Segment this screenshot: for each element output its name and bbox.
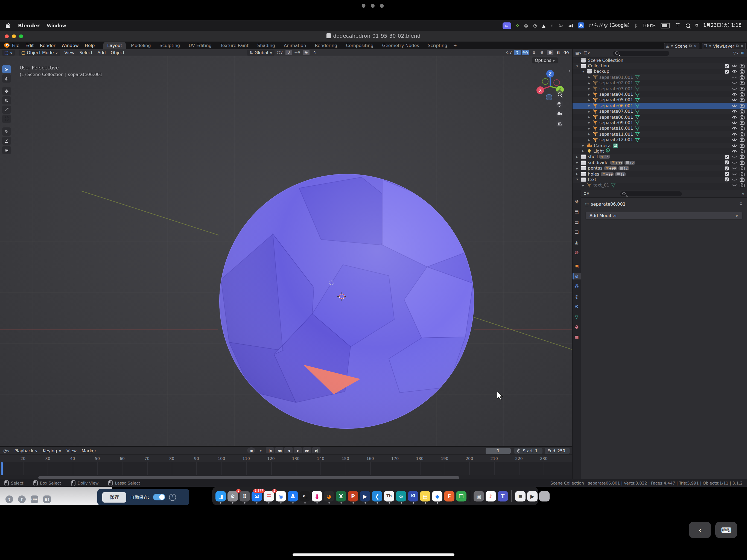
editor-type-button[interactable]: ⬚∨ bbox=[2, 50, 15, 55]
share-hatena-icon[interactable]: B! bbox=[43, 495, 51, 503]
topbar-menu-render[interactable]: Render bbox=[40, 43, 55, 48]
dock-arduino[interactable]: ∞ bbox=[396, 491, 406, 501]
transform-orientation-selector[interactable]: ⇅Global∨ bbox=[247, 50, 275, 55]
outliner-row-scene-collection[interactable]: Scene Collection bbox=[572, 57, 747, 63]
dock-document-file[interactable]: ≡ bbox=[515, 491, 525, 501]
options-dropdown[interactable]: Options ∨ bbox=[532, 57, 558, 63]
expander-icon[interactable]: ▸ bbox=[581, 143, 585, 148]
hide-eye-toggle-closed[interactable] bbox=[731, 172, 737, 176]
viewport-menu-object[interactable]: Object bbox=[111, 50, 125, 55]
outliner-row-separate05-001[interactable]: ▸separate05.001 bbox=[572, 97, 747, 103]
xray-toggle[interactable]: ⧈ bbox=[531, 50, 537, 55]
outliner-row-holes[interactable]: ▸holes +99 12 bbox=[572, 171, 747, 177]
outliner-row-shell[interactable]: ▸shell 25 bbox=[572, 154, 747, 160]
hide-eye-toggle-closed[interactable] bbox=[731, 160, 737, 165]
expander-icon[interactable]: ▾ bbox=[575, 177, 579, 182]
menubar-app-name[interactable]: Blender bbox=[18, 23, 40, 28]
pan-view-button[interactable] bbox=[556, 100, 563, 108]
hide-eye-toggle[interactable] bbox=[731, 137, 737, 142]
keyboard-toggle-button[interactable]: ⌨ bbox=[715, 522, 737, 538]
snap-magnet-toggle[interactable]: ∪ bbox=[285, 50, 292, 55]
ime-mode-label[interactable]: ひらがな (Google) bbox=[589, 22, 629, 29]
timeline-menu-playback[interactable]: Playback ∨ bbox=[14, 448, 38, 453]
frame-end-field[interactable]: End250 bbox=[545, 448, 570, 454]
expander-icon[interactable]: ▸ bbox=[581, 149, 585, 153]
properties-tab-scene[interactable]: ◭ bbox=[572, 239, 581, 246]
disable-render-camera-toggle[interactable] bbox=[739, 177, 745, 182]
expander-icon[interactable]: ▸ bbox=[587, 126, 591, 131]
disable-render-camera-toggle[interactable] bbox=[739, 166, 745, 171]
outliner-row-separate07-001[interactable]: ▸separate07.001 bbox=[572, 108, 747, 114]
properties-tab-physics[interactable]: ◎ bbox=[572, 293, 581, 300]
dock-excel[interactable]: X bbox=[336, 491, 346, 501]
hide-eye-toggle[interactable] bbox=[731, 109, 737, 114]
expander-icon[interactable]: ▸ bbox=[587, 92, 591, 97]
outliner-row-separate04-001[interactable]: ▸separate04.001 bbox=[572, 92, 747, 97]
expander-icon[interactable]: ▸ bbox=[581, 183, 585, 187]
expander-icon[interactable]: ▸ bbox=[575, 172, 579, 176]
dock-music[interactable]: ♪ bbox=[486, 491, 496, 501]
control-center-icon[interactable]: ⧉ bbox=[695, 22, 698, 28]
disable-render-camera-toggle[interactable] bbox=[739, 143, 745, 148]
disable-render-camera-toggle[interactable] bbox=[739, 149, 745, 154]
dock-finder[interactable]: ◨ bbox=[215, 491, 226, 501]
timeline-menu-view[interactable]: View bbox=[67, 448, 77, 453]
new-viewlayer-icon[interactable]: ⧉ bbox=[736, 44, 739, 48]
hide-eye-toggle-closed[interactable] bbox=[731, 177, 737, 182]
tab-shading[interactable]: Shading bbox=[254, 42, 279, 49]
play-reverse-button[interactable]: ◀ bbox=[284, 447, 292, 453]
tab-texture-paint[interactable]: Texture Paint bbox=[216, 42, 252, 49]
disable-render-camera-toggle[interactable] bbox=[739, 183, 745, 188]
dock-blender[interactable]: ◕ bbox=[324, 491, 334, 501]
properties-tab-texture[interactable]: ▦ bbox=[572, 334, 581, 340]
zoom-view-button[interactable] bbox=[556, 90, 563, 98]
tab-layout[interactable]: Layout bbox=[103, 42, 126, 49]
proportional-editing-toggle[interactable]: ◉ bbox=[303, 50, 310, 55]
dock-launchpad[interactable]: ⠿ bbox=[239, 491, 250, 501]
outliner-row-pentas[interactable]: ▸pentas +99 12 bbox=[572, 166, 747, 171]
frame-start-field[interactable]: Start1 bbox=[514, 448, 542, 454]
volume-icon[interactable]: ◄) bbox=[568, 23, 573, 28]
outliner-row-text-01[interactable]: ▸text_01 bbox=[572, 182, 747, 188]
previous-keyframe-button[interactable]: ◀◀ bbox=[275, 447, 283, 453]
tab-compositing[interactable]: Compositing bbox=[342, 42, 377, 49]
screen-mirroring-icon[interactable]: ▭ bbox=[502, 22, 511, 29]
dock-powerpoint[interactable]: P bbox=[348, 491, 358, 501]
pin-id-icon[interactable]: ⚲ bbox=[739, 202, 743, 207]
save-button[interactable]: 保存 bbox=[102, 492, 126, 502]
ime-input-icon[interactable]: あ bbox=[578, 22, 584, 28]
battery-icon[interactable] bbox=[661, 23, 670, 28]
sidebar-collapse-arrow[interactable]: ‹ bbox=[569, 68, 570, 73]
timeline-scrollbar[interactable] bbox=[38, 476, 459, 479]
properties-tab-data[interactable]: ▽ bbox=[572, 313, 581, 320]
show-overlays-toggle[interactable]: ◎∨ bbox=[522, 50, 529, 55]
status-icon-1[interactable]: ◎ bbox=[524, 23, 528, 28]
hide-eye-toggle[interactable] bbox=[731, 69, 737, 74]
tab-geometry-nodes[interactable]: Geometry Nodes bbox=[379, 42, 423, 49]
dock-slack[interactable]: ⋕ bbox=[312, 491, 322, 501]
disable-render-camera-toggle[interactable] bbox=[739, 63, 745, 68]
timeline-menu-keying[interactable]: Keying ∨ bbox=[43, 448, 61, 453]
expander-icon[interactable]: ▸ bbox=[575, 155, 579, 159]
outliner-row-subdivide[interactable]: ▸subdivide +99 12 bbox=[572, 160, 747, 166]
dock-trash[interactable] bbox=[539, 491, 549, 501]
shading-wireframe-button[interactable]: ⊕ bbox=[539, 50, 545, 55]
hide-eye-toggle[interactable] bbox=[731, 103, 737, 108]
disable-render-camera-toggle[interactable] bbox=[739, 154, 745, 159]
dock-mail[interactable]: ✉1,877 bbox=[252, 491, 262, 501]
dock-mp4-file[interactable]: ▶ bbox=[527, 491, 538, 501]
apple-menu-icon[interactable] bbox=[5, 22, 11, 28]
tool-select-box[interactable]: ➤ bbox=[2, 65, 11, 73]
hide-eye-toggle[interactable] bbox=[731, 120, 737, 125]
tool-rotate[interactable]: ↻ bbox=[2, 96, 11, 104]
disable-render-camera-toggle[interactable] bbox=[739, 69, 745, 74]
outliner-row-separate12-001[interactable]: ▸separate12.001 bbox=[572, 137, 747, 143]
spotlight-icon[interactable] bbox=[686, 23, 690, 28]
jump-to-end-button[interactable]: ▶| bbox=[312, 447, 320, 453]
share-twitter-icon[interactable]: t bbox=[5, 495, 13, 503]
viewport-menu-select[interactable]: Select bbox=[79, 50, 93, 55]
exclude-checkbox[interactable] bbox=[723, 166, 729, 170]
status-icon-4[interactable]: ∩ bbox=[550, 23, 554, 28]
snap-settings-selector[interactable]: ⊹∨ bbox=[294, 50, 301, 55]
timeline-editor-type-button[interactable]: ◔∨ bbox=[3, 448, 9, 453]
